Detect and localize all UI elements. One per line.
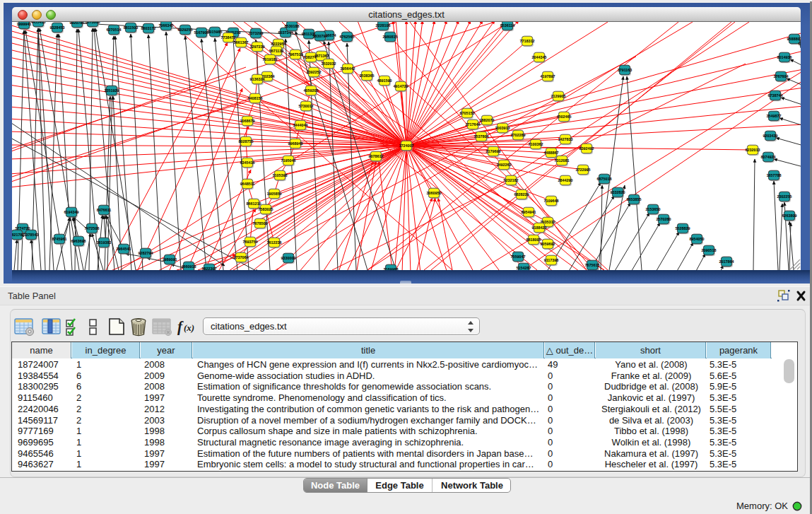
svg-text:7675615: 7675615	[585, 263, 600, 267]
svg-text:2702289: 2702289	[511, 133, 526, 137]
svg-text:2090518: 2090518	[702, 248, 717, 252]
svg-text:6232013: 6232013	[746, 148, 760, 152]
svg-text:2844290: 2844290	[558, 178, 573, 182]
svg-text:4891590: 4891590	[377, 78, 392, 83]
svg-text:2153650: 2153650	[646, 207, 661, 211]
svg-text:9282794: 9282794	[139, 251, 153, 255]
svg-text:8530188: 8530188	[285, 24, 300, 28]
svg-text:6821782: 6821782	[12, 233, 25, 237]
svg-text:5671130: 5671130	[269, 49, 284, 53]
svg-text:8954941: 8954941	[522, 210, 536, 214]
svg-text:2044345: 2044345	[532, 55, 547, 59]
svg-text:2392252: 2392252	[307, 70, 322, 74]
svg-text:2228106: 2228106	[376, 23, 391, 28]
svg-text:6875018: 6875018	[597, 177, 612, 181]
svg-text:9588807: 9588807	[787, 37, 801, 41]
svg-text:9117398: 9117398	[544, 258, 559, 262]
svg-text:2717644: 2717644	[466, 122, 481, 127]
svg-text:3532032: 3532032	[322, 62, 336, 66]
svg-text:6738744: 6738744	[768, 93, 783, 98]
svg-text:2737064: 2737064	[234, 255, 249, 259]
svg-text:9188423: 9188423	[532, 226, 547, 230]
svg-text:8074924: 8074924	[761, 155, 776, 159]
svg-text:2179699: 2179699	[486, 149, 501, 153]
svg-text:4502465: 4502465	[557, 115, 572, 119]
svg-text:8476611: 8476611	[97, 208, 112, 212]
svg-text:9059692: 9059692	[541, 242, 555, 246]
svg-text:4871367: 4871367	[314, 54, 329, 58]
svg-text:1999941: 1999941	[17, 22, 32, 26]
svg-text:3767604: 3767604	[774, 74, 789, 78]
svg-text:8028755: 8028755	[239, 139, 254, 144]
svg-text:7559047: 7559047	[511, 255, 526, 259]
svg-text:7100362: 7100362	[529, 142, 543, 146]
svg-text:4197897: 4197897	[541, 74, 555, 78]
svg-text:1724007: 1724007	[399, 144, 414, 148]
svg-text:5408156: 5408156	[248, 96, 263, 100]
svg-text:4914729: 4914729	[394, 84, 408, 88]
svg-text:3956442: 3956442	[341, 66, 355, 71]
svg-text:1068679: 1068679	[240, 119, 255, 123]
svg-text:7612236: 7612236	[267, 240, 282, 245]
svg-text:6029255: 6029255	[178, 28, 193, 32]
svg-text:4015985: 4015985	[208, 30, 223, 34]
svg-text:7472506: 7472506	[85, 226, 100, 230]
svg-text:8222954: 8222954	[271, 42, 286, 46]
svg-text:4059205: 4059205	[304, 88, 319, 93]
svg-text:3105398: 3105398	[273, 173, 288, 177]
svg-text:2980815: 2980815	[383, 35, 398, 39]
svg-text:5661367: 5661367	[234, 40, 249, 45]
svg-text:2129905: 2129905	[551, 94, 566, 98]
svg-text:1882072: 1882072	[480, 118, 495, 122]
svg-text:6194349: 6194349	[64, 210, 79, 214]
svg-text:3819383: 3819383	[97, 240, 112, 245]
svg-text:2570280: 2570280	[657, 217, 671, 221]
svg-text:9136324: 9136324	[250, 77, 265, 81]
svg-text:9078612: 9078612	[369, 154, 384, 158]
svg-text:3722995: 3722995	[576, 168, 591, 172]
svg-text:9330000: 9330000	[281, 256, 296, 260]
svg-text:7693754: 7693754	[243, 240, 258, 244]
svg-text:7678500: 7678500	[253, 221, 268, 226]
svg-text:8653855: 8653855	[627, 197, 642, 201]
svg-text:7718312: 7718312	[520, 39, 535, 43]
svg-text:9920785: 9920785	[70, 22, 85, 25]
svg-text:8818005: 8818005	[526, 238, 541, 242]
svg-text:6828229: 6828229	[514, 192, 529, 197]
svg-text:3791163: 3791163	[618, 68, 632, 72]
svg-text:7195046: 7195046	[281, 158, 296, 163]
svg-text:1378543: 1378543	[24, 233, 39, 237]
svg-text:3538365: 3538365	[360, 74, 375, 78]
svg-text:5528829: 5528829	[676, 226, 690, 230]
svg-text:3549877: 3549877	[767, 114, 782, 118]
svg-text:7066345: 7066345	[159, 23, 174, 28]
svg-text:5830794: 5830794	[313, 34, 328, 38]
svg-text:f: f	[177, 318, 184, 335]
svg-text:5167906: 5167906	[194, 30, 209, 35]
svg-text:7019181: 7019181	[263, 57, 278, 62]
svg-text:1657788: 1657788	[767, 173, 782, 177]
svg-text:6706306: 6706306	[799, 42, 801, 46]
svg-text:2302255: 2302255	[777, 194, 792, 199]
svg-text:2373299: 2373299	[249, 31, 264, 35]
svg-text:7312081: 7312081	[555, 158, 570, 163]
svg-text:5730012: 5730012	[299, 104, 314, 108]
svg-text:3060950: 3060950	[427, 191, 442, 195]
svg-text:3444044: 3444044	[293, 123, 308, 127]
svg-text:(x): (x)	[184, 322, 194, 333]
svg-text:1989091: 1989091	[163, 257, 177, 262]
svg-text:7738472: 7738472	[221, 35, 236, 40]
svg-text:8536114: 8536114	[500, 23, 515, 28]
svg-text:4488867: 4488867	[544, 151, 559, 155]
svg-text:1427833: 1427833	[558, 137, 573, 141]
svg-text:9328453: 9328453	[50, 25, 65, 30]
svg-text:9203439: 9203439	[763, 134, 778, 138]
svg-text:7583025: 7583025	[259, 207, 273, 211]
svg-text:2351929: 2351929	[105, 88, 119, 93]
svg-text:9648511: 9648511	[240, 182, 255, 186]
svg-text:4455413: 4455413	[31, 22, 46, 24]
svg-text:8014936: 8014936	[777, 55, 792, 59]
svg-text:2017864: 2017864	[719, 259, 734, 264]
svg-text:1003913: 1003913	[495, 126, 510, 130]
svg-text:8954050: 8954050	[690, 237, 705, 241]
